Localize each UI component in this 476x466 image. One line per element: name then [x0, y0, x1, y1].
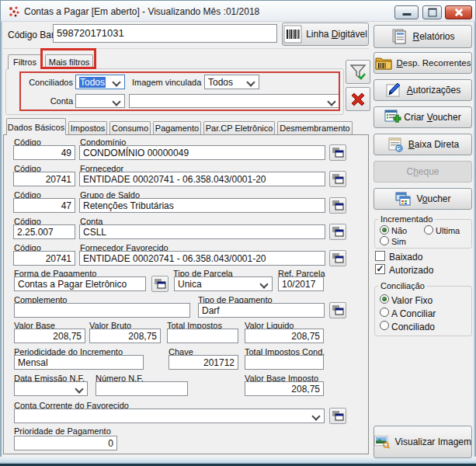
fornecedor-lookup-button[interactable]	[329, 171, 346, 187]
fornecedor-favorecido-code-input[interactable]: 20741	[13, 251, 75, 266]
tab-filtros[interactable]: Filtros	[8, 54, 42, 69]
apply-filter-button[interactable]	[346, 60, 370, 84]
tab-impostos[interactable]: Impostos	[68, 121, 107, 134]
incrementado-title: Incrementado	[378, 214, 435, 224]
maximize-icon	[428, 9, 436, 17]
autorizacoes-button[interactable]: Autorizações	[374, 79, 472, 101]
prioridade-input[interactable]: 0	[14, 436, 117, 450]
button-label: Voucher	[416, 193, 450, 204]
conciliacao-title: Conciliação	[378, 281, 427, 290]
button-label: Criar Voucher	[404, 112, 460, 123]
radio-incrementado-ultima[interactable]	[424, 225, 433, 235]
radio-incrementado-sim[interactable]	[380, 236, 389, 245]
radio-incrementado-ultima-label: Ultima	[436, 226, 460, 235]
relatorios-button[interactable]: Relatórios	[374, 25, 472, 48]
chave-input[interactable]: 201712	[169, 355, 238, 370]
ref-parcela-input[interactable]: 10/2017	[278, 276, 324, 291]
radio-valor-fixo-label: Valor Fixo	[391, 295, 433, 306]
total-impostos-cond-input[interactable]	[245, 355, 324, 370]
filters-annotation	[19, 71, 340, 111]
visualizar-imagem-button[interactable]: Visualizar Imagem	[374, 426, 472, 458]
red-x-icon	[349, 90, 367, 109]
total-impostos-input[interactable]	[167, 329, 238, 343]
app-icon	[8, 5, 20, 18]
fornecedor-favorecido-lookup-button[interactable]	[329, 250, 346, 266]
numero-nf-input[interactable]	[96, 381, 188, 396]
list-plus-icon	[384, 109, 401, 126]
forma-pagamento-input[interactable]: Contas a Pagar Eletrônico	[14, 276, 146, 291]
data-emissao-select[interactable]	[14, 381, 88, 396]
desp-recorrentes-button[interactable]: Desp. Recorrentes	[374, 52, 472, 74]
tab-consumo[interactable]: Consumo	[109, 121, 151, 134]
autorizado-label: Autorizado	[389, 265, 433, 276]
codigo-barra-input[interactable]: 598720171031	[53, 24, 277, 43]
pen-icon	[385, 82, 402, 98]
conta-corrente-select[interactable]	[14, 409, 325, 423]
valor-bruto-input[interactable]: 208,75	[89, 329, 161, 343]
criar-voucher-button[interactable]: Criar Voucher	[374, 106, 472, 128]
conta-code-input[interactable]: 2.25.007	[13, 224, 75, 239]
grupo-saldo-input[interactable]: Retenções Tributárias	[79, 198, 325, 213]
tipo-parcela-select[interactable]: Unica	[174, 276, 273, 291]
title-bar[interactable]: Contas a Pagar [Em aberto] - Visualizand…	[0, 0, 476, 22]
fornecedor-code-input[interactable]: 20741	[13, 172, 75, 186]
fornecedor-input[interactable]: ENTIDADE 00020741 - 06.358.043/0001-20	[79, 172, 325, 186]
conta-input[interactable]: CSLL	[79, 224, 325, 239]
button-label: Visualizar Imagem	[395, 436, 471, 447]
button-label: Cheque	[406, 166, 439, 177]
tipo-pagamento-input[interactable]: Darf	[198, 303, 325, 318]
button-label: Desp. Recorrentes	[397, 58, 471, 68]
radio-a-conciliar[interactable]	[380, 308, 389, 317]
valor-base-input[interactable]: 208,75	[14, 329, 85, 343]
tab-pagamento[interactable]: Pagamento	[153, 121, 201, 134]
window-title: Contas a Pagar [Em aberto] - Visualizand…	[24, 6, 259, 17]
linha-digitavel-label: Linha Digitável	[306, 29, 367, 40]
mais-filtros-annotation	[40, 48, 96, 69]
minimize-icon	[402, 13, 411, 16]
conta-corrente-lookup-button[interactable]	[329, 408, 346, 424]
lookup-card-icon	[154, 278, 167, 290]
valor-liquido-input[interactable]: 208,75	[245, 329, 324, 343]
grupo-saldo-lookup-button[interactable]	[329, 197, 346, 214]
tab-par-cp-eletronico[interactable]: Par.CP Eletrônico	[203, 121, 275, 134]
autorizado-checkbox[interactable]: ✓	[375, 264, 385, 274]
periodicidade-input[interactable]: Mensal	[14, 355, 144, 370]
condominio-code-input[interactable]: 49	[13, 145, 75, 160]
windows-stack-icon	[394, 191, 412, 207]
complemento-input[interactable]	[14, 303, 190, 318]
radio-incrementado-nao-label: Não	[391, 226, 407, 235]
fornecedor-favorecido-input[interactable]: ENTIDADE 00020741 - 06.358.043/0001-20	[79, 251, 325, 266]
window-border-left	[0, 22, 2, 466]
baixado-checkbox[interactable]	[375, 251, 385, 261]
tab-desmembramento[interactable]: Desmembramento	[277, 121, 353, 134]
forma-pagamento-lookup-button[interactable]	[151, 276, 169, 292]
tab-dados-basicos[interactable]: Dados Básicos	[6, 118, 66, 135]
minimize-button[interactable]	[394, 5, 419, 19]
chevron-down-icon	[75, 384, 83, 393]
condominio-input[interactable]: CONDOMÍNIO 00000049	[79, 145, 325, 160]
tipo-pagamento-lookup-button[interactable]	[329, 302, 346, 318]
valor-base-imposto-input[interactable]: 208,75	[245, 381, 324, 396]
cheque-button[interactable]: Cheque	[374, 161, 472, 183]
condominio-lookup-button[interactable]	[329, 144, 346, 161]
chevron-down-icon	[311, 412, 320, 420]
radio-conciliado[interactable]	[380, 321, 389, 330]
lookup-card-icon	[332, 173, 345, 185]
maximize-button[interactable]	[422, 5, 442, 19]
conta-lookup-button[interactable]	[329, 224, 346, 240]
radio-valor-fixo[interactable]	[380, 294, 389, 304]
grupo-saldo-code-input[interactable]: 47	[13, 198, 75, 213]
close-button[interactable]	[445, 5, 472, 19]
baixa-direta-button[interactable]: Baixa Direta	[374, 134, 472, 155]
voucher-button[interactable]: Voucher	[374, 188, 472, 210]
contas-a-pagar-window: Contas a Pagar [Em aberto] - Visualizand…	[0, 0, 476, 466]
chevron-down-icon	[259, 280, 268, 288]
report-icon	[391, 28, 408, 45]
radio-incrementado-nao[interactable]	[380, 225, 389, 235]
lookup-card-icon	[332, 304, 345, 316]
radio-conciliado-label: Conciliado	[391, 322, 435, 332]
lookup-card-icon	[332, 252, 345, 264]
filter-funnel-icon	[349, 63, 367, 82]
linha-digitavel-button[interactable]: Linha Digitável	[282, 23, 369, 46]
clear-filter-button[interactable]	[346, 87, 370, 111]
